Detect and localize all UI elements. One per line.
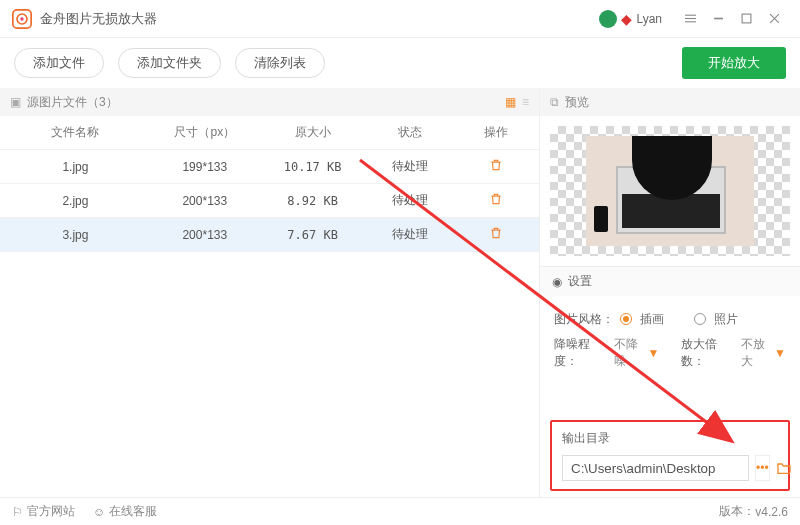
right-panel: ⧉ 预览 ◉ 设置 图片风格： 插画 照片 降噪程度： xyxy=(540,88,800,497)
clear-list-button[interactable]: 清除列表 xyxy=(235,48,325,78)
cell-name: 3.jpg xyxy=(0,228,151,242)
preview-area xyxy=(540,116,800,266)
delete-row-button[interactable] xyxy=(489,161,503,175)
settings-icon: ◉ xyxy=(552,275,562,289)
statusbar: ⚐ 官方网站 ☺ 在线客服 版本： v4.2.6 xyxy=(0,497,800,525)
col-op: 操作 xyxy=(453,124,539,141)
version-label: 版本： xyxy=(719,503,755,520)
preview-header: ⧉ 预览 xyxy=(540,88,800,116)
vip-icon: ◆ xyxy=(621,11,632,27)
table-row[interactable]: 2.jpg200*1338.92 KB待处理 xyxy=(0,184,539,218)
settings-title: 设置 xyxy=(568,273,592,290)
close-button[interactable] xyxy=(760,7,788,31)
output-path-input[interactable] xyxy=(562,455,749,481)
cell-orig: 7.67 KB xyxy=(259,228,367,242)
cell-status: 待处理 xyxy=(367,158,453,175)
add-folder-button[interactable]: 添加文件夹 xyxy=(118,48,221,78)
website-icon: ⚐ xyxy=(12,505,23,519)
grid-view-icon[interactable]: ▦ xyxy=(505,95,516,109)
add-file-button[interactable]: 添加文件 xyxy=(14,48,104,78)
browse-button[interactable]: ••• xyxy=(755,455,770,481)
cell-orig: 10.17 KB xyxy=(259,160,367,174)
list-view-icon[interactable]: ≡ xyxy=(522,95,529,109)
preview-thumbnail xyxy=(586,136,754,246)
table-row[interactable]: 1.jpg199*13310.17 KB待处理 xyxy=(0,150,539,184)
file-list-header: ▣ 源图片文件（3） ▦ ≡ xyxy=(0,88,539,116)
table-header: 文件名称 尺寸（px） 原大小 状态 操作 xyxy=(0,116,539,150)
cell-status: 待处理 xyxy=(367,226,453,243)
table-row[interactable]: 3.jpg200*1337.67 KB待处理 xyxy=(0,218,539,252)
svg-rect-7 xyxy=(742,14,751,23)
output-title: 输出目录 xyxy=(562,430,778,447)
file-list-title: 源图片文件（3） xyxy=(27,94,118,111)
preview-title: 预览 xyxy=(565,94,589,111)
col-status: 状态 xyxy=(367,124,453,141)
style-photo-label: 照片 xyxy=(714,311,738,328)
toolbar: 添加文件 添加文件夹 清除列表 开始放大 xyxy=(0,38,800,88)
cell-size: 199*133 xyxy=(151,160,259,174)
support-icon: ☺ xyxy=(93,505,105,519)
style-illustration-label: 插画 xyxy=(640,311,664,328)
main-area: ▣ 源图片文件（3） ▦ ≡ 文件名称 尺寸（px） 原大小 状态 操作 1.j… xyxy=(0,88,800,497)
delete-row-button[interactable] xyxy=(489,195,503,209)
open-folder-button[interactable] xyxy=(776,455,792,481)
titlebar: 金舟图片无损放大器 ◆ Lyan xyxy=(0,0,800,38)
version-value: v4.2.6 xyxy=(755,505,788,519)
col-orig: 原大小 xyxy=(259,124,367,141)
preview-checkerboard xyxy=(550,126,790,256)
cell-name: 2.jpg xyxy=(0,194,151,208)
cell-size: 200*133 xyxy=(151,194,259,208)
cell-name: 1.jpg xyxy=(0,160,151,174)
delete-row-button[interactable] xyxy=(489,229,503,243)
denoise-label: 降噪程度： xyxy=(554,336,608,370)
cell-orig: 8.92 KB xyxy=(259,194,367,208)
cell-status: 待处理 xyxy=(367,192,453,209)
minimize-button[interactable] xyxy=(704,7,732,31)
settings-body: 图片风格： 插画 照片 降噪程度： 不降噪 ▼ 放大倍数： 不放大 ▼ xyxy=(540,296,800,374)
maximize-button[interactable] xyxy=(732,7,760,31)
app-logo-icon xyxy=(12,9,32,29)
username: Lyan xyxy=(636,12,662,26)
svg-point-2 xyxy=(20,17,23,20)
user-avatar[interactable] xyxy=(599,10,617,28)
preview-icon: ⧉ xyxy=(550,95,559,109)
col-size: 尺寸（px） xyxy=(151,124,259,141)
online-support-link[interactable]: ☺ 在线客服 xyxy=(93,503,157,520)
scale-dropdown[interactable]: 不放大 ▼ xyxy=(741,336,786,370)
settings-header: ◉ 设置 xyxy=(540,266,800,296)
scale-label: 放大倍数： xyxy=(681,336,735,370)
output-box: 输出目录 ••• xyxy=(550,420,790,491)
col-name: 文件名称 xyxy=(0,124,151,141)
style-photo-radio[interactable] xyxy=(694,313,706,325)
style-label: 图片风格： xyxy=(554,311,614,328)
official-website-link[interactable]: ⚐ 官方网站 xyxy=(12,503,75,520)
file-list-panel: ▣ 源图片文件（3） ▦ ≡ 文件名称 尺寸（px） 原大小 状态 操作 1.j… xyxy=(0,88,540,497)
app-title: 金舟图片无损放大器 xyxy=(40,10,157,28)
cell-size: 200*133 xyxy=(151,228,259,242)
start-enlarge-button[interactable]: 开始放大 xyxy=(682,47,786,79)
image-icon: ▣ xyxy=(10,95,21,109)
menu-button[interactable] xyxy=(676,7,704,31)
denoise-dropdown[interactable]: 不降噪 ▼ xyxy=(614,336,659,370)
style-illustration-radio[interactable] xyxy=(620,313,632,325)
